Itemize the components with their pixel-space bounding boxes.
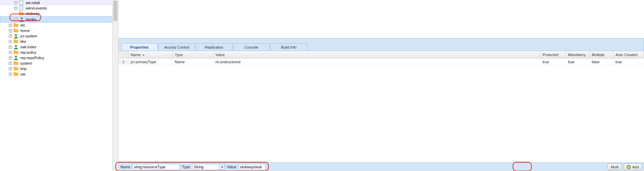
tree-toggle-icon[interactable] [9,40,12,43]
cell-name: jcr:primaryType [129,60,173,64]
svg-rect-17 [14,61,16,62]
svg-point-4 [21,17,23,19]
svg-rect-8 [14,29,16,30]
tree-toggle-icon[interactable] [9,67,12,70]
tree-toggle-icon[interactable] [14,1,17,4]
tree-node-label: var [20,71,25,77]
tree-node-label: system [20,61,32,66]
type-select-trigger[interactable]: ▾ [219,164,225,170]
svg-rect-2 [19,12,24,15]
header-rownum[interactable] [118,51,129,58]
tree-toggle-icon[interactable] [9,56,12,59]
tab-strip-container: PropertiesAccess ControlReplicationConso… [118,38,644,51]
tree-toggle-icon[interactable] [9,24,12,27]
bottom-bar: Name Type ▾ Value Multi Add [118,163,644,171]
tree-node[interactable]: wknd-events [0,5,118,11]
tree-node[interactable]: tmp [0,66,118,71]
svg-point-9 [15,34,17,36]
value-input[interactable] [239,164,266,170]
svg-rect-13 [14,51,18,54]
tree-toggle-icon[interactable] [9,46,12,49]
type-select-input[interactable] [192,164,219,170]
tree-node[interactable]: var [0,71,118,77]
header-multiple[interactable]: Multiple [590,51,613,58]
tree-node-label: rep:repoPolicy [20,55,44,61]
tree-node-label: tmp [20,66,26,71]
tree-node-label: home [20,28,30,33]
name-label: Name [120,165,130,169]
tree-node[interactable]: jcr:system [0,33,118,39]
tree-node[interactable]: home [0,28,118,33]
folder-icon [13,66,19,71]
folder-icon [13,71,19,77]
multi-button[interactable]: Multi [608,164,622,170]
header-protected[interactable]: Protected [541,51,566,58]
tree-toggle-icon[interactable] [14,7,17,10]
tree-node-label: jcr:system [20,33,37,39]
tree-node[interactable]: stubway [0,11,118,16]
cell-rownum: 1 [118,60,129,64]
user-icon [13,55,19,61]
tree-node[interactable]: oak:index [0,44,118,50]
svg-point-12 [15,45,17,47]
tree-node[interactable]: system [0,61,118,66]
svg-rect-10 [14,40,18,43]
upper-blank-area [118,0,644,38]
svg-rect-6 [14,23,16,24]
right-panel: PropertiesAccess ControlReplicationConso… [118,0,644,171]
chevron-down-icon: ▾ [221,165,223,169]
tab-console[interactable]: Console [233,43,270,51]
tree-node[interactable]: etc [0,22,118,28]
grid-header-row: Name▲ Type Value Protected Mandatory Mul… [118,51,644,58]
tree-node[interactable]: we-retail [0,0,118,5]
tree-toggle-icon[interactable] [9,51,12,54]
tree-toggle-icon[interactable] [9,29,12,32]
type-select[interactable]: ▾ [192,164,225,170]
add-icon [627,165,631,169]
tree-node-label: etc [20,22,25,28]
tab-build-info[interactable]: Build Info [270,43,307,51]
value-label: Value [227,165,236,169]
header-mandatory[interactable]: Mandatory [566,51,590,58]
folder-icon [13,22,19,28]
tree-node[interactable]: rep:policy [0,50,118,55]
header-autocreated[interactable]: Auto Created [613,51,644,58]
table-row[interactable]: 1jcr:primaryTypeNament:unstructuredtruet… [118,58,644,65]
svg-rect-19 [14,67,16,68]
cell-type: Name [173,60,213,64]
content-tree[interactable]: we-retailwknd-eventsstubwaybooksetchomej… [0,0,118,77]
tree-toggle-icon[interactable] [9,35,12,38]
header-name[interactable]: Name▲ [129,51,173,58]
grid-body[interactable]: 1jcr:primaryTypeNament:unstructuredtruet… [118,58,644,163]
tree-toggle-icon[interactable] [15,18,18,21]
sort-asc-icon: ▲ [142,53,145,56]
tab-replication[interactable]: Replication [196,43,232,51]
svg-rect-16 [14,62,18,65]
tab-access-control[interactable]: Access Control [158,43,195,51]
svg-rect-20 [14,73,18,76]
tree-node[interactable]: rep:repoPolicy [0,55,118,61]
page-icon [19,0,24,5]
tree-toggle-icon[interactable] [9,62,12,65]
svg-rect-1 [19,6,23,11]
header-value[interactable]: Value [213,51,541,58]
cell-autocreated: true [613,60,644,64]
user-icon [13,33,19,39]
tree-node[interactable]: libs [0,39,118,44]
tab-properties[interactable]: Properties [121,43,158,51]
folder-icon [13,50,19,55]
tree-toggle-icon[interactable] [9,73,12,76]
svg-rect-14 [14,50,16,51]
page-icon [19,5,24,11]
header-type[interactable]: Type [173,51,213,58]
tree-node[interactable]: books [0,16,118,22]
name-input[interactable] [132,164,180,170]
svg-point-15 [15,56,17,58]
tree-panel: we-retailwknd-eventsstubwaybooksetchomej… [0,0,118,171]
tree-scrollbar[interactable] [112,0,118,171]
svg-rect-21 [14,72,16,73]
cell-mandatory: true [566,60,590,64]
add-button[interactable]: Add [624,164,642,170]
cell-multiple: false [590,60,613,64]
svg-rect-7 [14,29,18,32]
